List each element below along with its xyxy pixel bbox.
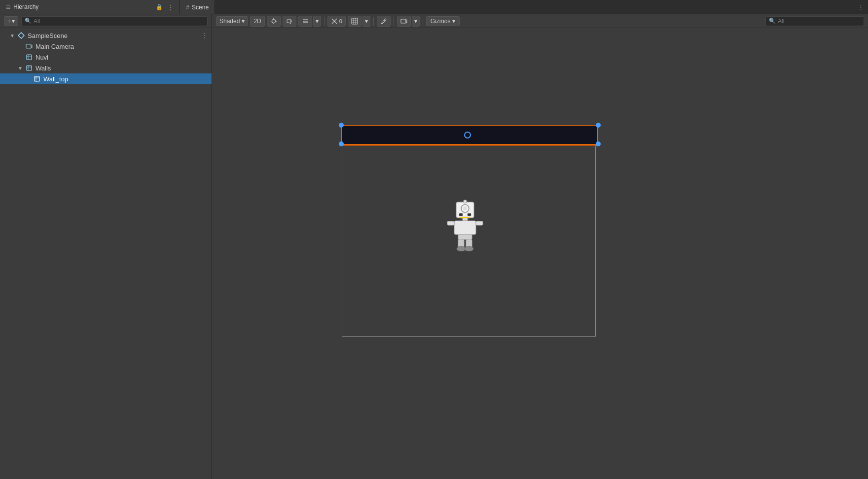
walltop-selection-box — [341, 125, 598, 146]
svg-marker-2 — [31, 45, 32, 48]
2d-button[interactable]: 2D — [250, 16, 264, 27]
svg-marker-0 — [18, 33, 24, 38]
hierarchy-search[interactable]: 🔍 — [21, 16, 208, 26]
layers-icon — [302, 18, 309, 25]
light-button[interactable] — [267, 16, 281, 27]
handle-top-right — [596, 123, 601, 128]
svg-rect-9 — [35, 76, 39, 81]
search-icon: 🔍 — [25, 18, 32, 24]
tools-button[interactable] — [377, 16, 391, 27]
camera-dropdown-button[interactable]: ▾ — [412, 16, 420, 27]
gizmos-button[interactable]: Gizmos ▾ — [426, 16, 460, 26]
top-tabs-row: ☰ Hierarchy 🔒 ⋮ # Scene ⋮ — [0, 0, 868, 14]
handle-center — [464, 132, 471, 138]
svg-marker-30 — [406, 20, 407, 23]
camera-group: ▾ — [397, 16, 420, 27]
hierarchy-tree: ▼ SampleScene ⋮ ▶ — [0, 28, 212, 479]
grid-dropdown-arrow: ▾ — [365, 18, 368, 25]
shaded-dropdown[interactable]: Shaded ▾ — [216, 16, 248, 26]
walls-label: Walls — [36, 65, 51, 72]
handle-bottom-left — [339, 141, 344, 146]
effects-button[interactable]: 0 — [327, 16, 346, 27]
camera-icon — [400, 18, 407, 25]
layers-button[interactable] — [298, 16, 312, 27]
cube-icon-maincamera — [25, 43, 34, 50]
scene-viewport[interactable] — [212, 28, 868, 479]
tree-item-maincamera[interactable]: ▶ Main Camera — [0, 41, 212, 52]
tree-item-nuvi[interactable]: ▶ Nuvi — [0, 52, 212, 63]
hierarchy-panel: + ▾ 🔍 ▼ SampleScene ⋮ — [0, 14, 212, 479]
gizmos-label: Gizmos — [431, 18, 451, 25]
tree-item-walls[interactable]: ▼ Walls — [0, 63, 212, 73]
scene-toolbar: Shaded ▾ 2D — [212, 14, 868, 28]
handle-bottom-right — [596, 141, 601, 146]
cube-icon-nuvi — [25, 54, 34, 61]
dropdown-arrow-icon: ▾ — [12, 18, 15, 25]
lock-icon[interactable]: 🔒 — [156, 4, 163, 10]
light-icon — [270, 18, 277, 25]
maincamera-label: Main Camera — [36, 43, 74, 50]
grid-icon — [351, 18, 358, 25]
2d-label: 2D — [253, 18, 261, 25]
svg-rect-40 — [447, 221, 454, 225]
svg-rect-3 — [27, 55, 32, 60]
grid-group: ▾ — [348, 16, 370, 27]
shaded-dropdown-arrow: ▾ — [242, 18, 245, 25]
layers-dropdown-arrow: ▾ — [316, 18, 319, 25]
svg-rect-39 — [460, 217, 470, 218]
tree-item-walltop[interactable]: ▶ Wall_top — [0, 73, 212, 84]
walls-arrow-icon: ▼ — [18, 66, 25, 71]
walltop-label: Wall_top — [43, 75, 68, 83]
handle-top-left — [339, 123, 344, 128]
hierarchy-search-input[interactable] — [34, 18, 204, 25]
effects-icon — [331, 18, 338, 25]
add-button[interactable]: + ▾ — [4, 16, 18, 26]
camera-button[interactable] — [397, 16, 411, 27]
svg-point-33 — [463, 206, 467, 210]
character-svg — [445, 200, 485, 251]
svg-rect-42 — [458, 235, 472, 240]
svg-rect-41 — [476, 221, 483, 225]
tab-scene-label: Scene — [192, 4, 209, 11]
character-sprite — [445, 200, 485, 251]
tree-item-samplescene[interactable]: ▼ SampleScene ⋮ — [0, 30, 212, 41]
svg-rect-6 — [27, 66, 32, 70]
scene-more-icon: ⋮ — [858, 3, 864, 11]
svg-rect-38 — [468, 213, 471, 216]
scene-object-icon — [17, 32, 26, 39]
main-layout: + ▾ 🔍 ▼ SampleScene ⋮ — [0, 14, 868, 479]
expand-arrow-icon: ▼ — [10, 33, 17, 38]
tab-hierarchy[interactable]: ☰ Hierarchy 🔒 ⋮ — [0, 0, 180, 14]
effects-count: 0 — [339, 18, 342, 24]
scene-panel: Shaded ▾ 2D — [212, 14, 868, 479]
svg-rect-37 — [459, 213, 463, 216]
nuvi-label: Nuvi — [36, 54, 48, 61]
divider-2 — [373, 17, 374, 26]
cube-icon-walltop — [33, 75, 41, 82]
audio-button[interactable] — [283, 16, 296, 27]
audio-icon — [286, 18, 293, 25]
svg-rect-29 — [401, 19, 406, 23]
tab-scene[interactable]: # Scene — [180, 0, 215, 14]
svg-rect-1 — [26, 44, 31, 48]
samplescene-label: SampleScene — [28, 32, 68, 39]
menu-icon: ☰ — [6, 4, 11, 10]
hierarchy-more-icon[interactable]: ⋮ — [167, 3, 174, 11]
grid-dropdown-button[interactable]: ▾ — [362, 16, 370, 27]
hierarchy-toolbar: + ▾ 🔍 — [0, 14, 212, 28]
samplescene-more-icon[interactable]: ⋮ — [202, 32, 208, 39]
divider-3 — [394, 17, 394, 26]
divider-4 — [423, 17, 423, 26]
cube-icon-walls — [25, 65, 34, 71]
hash-icon: # — [186, 4, 189, 11]
svg-point-12 — [272, 19, 275, 23]
layers-dropdown-button[interactable]: ▾ — [313, 16, 321, 27]
svg-point-45 — [457, 246, 466, 251]
svg-rect-34 — [464, 200, 467, 203]
svg-marker-17 — [287, 19, 290, 24]
scene-search-input[interactable] — [778, 18, 861, 25]
scene-search[interactable]: 🔍 — [765, 16, 864, 26]
shaded-label: Shaded — [219, 18, 240, 25]
grid-button[interactable] — [348, 16, 362, 27]
scene-more-button[interactable]: ⋮ — [854, 0, 868, 14]
